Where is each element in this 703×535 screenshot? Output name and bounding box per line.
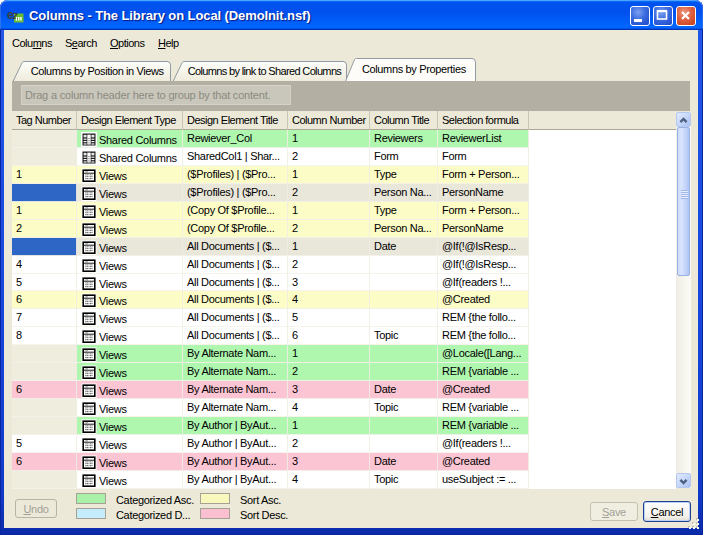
svg-text:Columns by Position in Views: Columns by Position in Views: [31, 65, 165, 77]
svg-text:Columns by Properties: Columns by Properties: [362, 63, 467, 75]
svg-text:Columns by link to Shared Colu: Columns by link to Shared Columns: [188, 65, 343, 77]
svg-text:z: z: [13, 9, 19, 21]
